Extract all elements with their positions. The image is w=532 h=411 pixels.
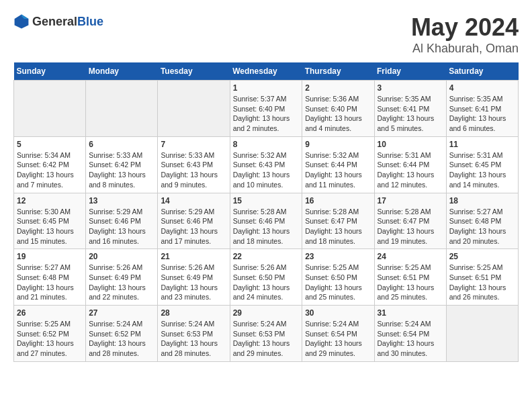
day-number: 29	[233, 308, 300, 318]
calendar-cell: 19Sunrise: 5:27 AM Sunset: 6:48 PM Dayli…	[14, 249, 86, 306]
day-info: Sunrise: 5:28 AM Sunset: 6:47 PM Dayligh…	[305, 207, 371, 246]
calendar-cell: 29Sunrise: 5:24 AM Sunset: 6:53 PM Dayli…	[230, 306, 302, 362]
day-number: 8	[233, 140, 300, 149]
day-info: Sunrise: 5:28 AM Sunset: 6:46 PM Dayligh…	[233, 207, 300, 246]
calendar-cell: 1Sunrise: 5:37 AM Sunset: 6:40 PM Daylig…	[230, 81, 302, 137]
week-row-2: 5Sunrise: 5:34 AM Sunset: 6:42 PM Daylig…	[14, 136, 519, 193]
day-number: 11	[449, 140, 515, 149]
day-info: Sunrise: 5:36 AM Sunset: 6:40 PM Dayligh…	[305, 94, 371, 134]
calendar-cell	[14, 81, 86, 137]
day-number: 18	[449, 196, 515, 205]
calendar-cell: 12Sunrise: 5:30 AM Sunset: 6:45 PM Dayli…	[14, 193, 86, 249]
month-title: May 2024	[411, 13, 519, 42]
day-info: Sunrise: 5:24 AM Sunset: 6:54 PM Dayligh…	[378, 319, 443, 359]
day-number: 14	[161, 196, 226, 205]
day-info: Sunrise: 5:33 AM Sunset: 6:43 PM Dayligh…	[161, 150, 226, 190]
day-info: Sunrise: 5:24 AM Sunset: 6:53 PM Dayligh…	[161, 319, 226, 359]
calendar-cell: 20Sunrise: 5:26 AM Sunset: 6:49 PM Dayli…	[86, 249, 158, 306]
day-number: 24	[378, 252, 443, 261]
day-info: Sunrise: 5:24 AM Sunset: 6:53 PM Dayligh…	[233, 319, 300, 359]
day-info: Sunrise: 5:26 AM Sunset: 6:49 PM Dayligh…	[89, 263, 154, 302]
logo: GeneralBlue	[13, 13, 103, 30]
calendar-cell: 5Sunrise: 5:34 AM Sunset: 6:42 PM Daylig…	[14, 136, 86, 193]
day-number: 15	[233, 196, 300, 205]
day-number: 19	[17, 252, 83, 261]
calendar-cell: 11Sunrise: 5:31 AM Sunset: 6:45 PM Dayli…	[446, 136, 518, 193]
day-number: 22	[233, 252, 300, 261]
day-info: Sunrise: 5:26 AM Sunset: 6:50 PM Dayligh…	[233, 263, 300, 302]
calendar-cell: 8Sunrise: 5:32 AM Sunset: 6:43 PM Daylig…	[230, 136, 302, 193]
calendar-cell: 13Sunrise: 5:29 AM Sunset: 6:46 PM Dayli…	[86, 193, 158, 249]
day-number: 10	[378, 140, 443, 149]
day-info: Sunrise: 5:27 AM Sunset: 6:48 PM Dayligh…	[17, 263, 83, 302]
day-info: Sunrise: 5:25 AM Sunset: 6:50 PM Dayligh…	[305, 263, 371, 302]
calendar-cell: 18Sunrise: 5:27 AM Sunset: 6:48 PM Dayli…	[446, 193, 518, 249]
day-number: 23	[305, 252, 371, 261]
calendar-cell: 4Sunrise: 5:35 AM Sunset: 6:41 PM Daylig…	[446, 81, 518, 137]
day-info: Sunrise: 5:25 AM Sunset: 6:52 PM Dayligh…	[17, 319, 83, 359]
logo-text-general: General	[32, 15, 77, 28]
calendar-cell	[158, 81, 230, 137]
day-header-monday: Monday	[86, 62, 158, 81]
calendar-cell: 22Sunrise: 5:26 AM Sunset: 6:50 PM Dayli…	[230, 249, 302, 306]
day-number: 31	[378, 308, 443, 318]
calendar-cell: 14Sunrise: 5:29 AM Sunset: 6:46 PM Dayli…	[158, 193, 230, 249]
logo-icon	[13, 13, 30, 30]
day-info: Sunrise: 5:29 AM Sunset: 6:46 PM Dayligh…	[89, 207, 154, 246]
day-number: 21	[161, 252, 226, 261]
day-number: 6	[89, 140, 154, 149]
day-number: 7	[161, 140, 226, 149]
day-number: 17	[378, 196, 443, 205]
day-info: Sunrise: 5:34 AM Sunset: 6:42 PM Dayligh…	[17, 150, 83, 190]
day-number: 30	[305, 308, 371, 318]
day-number: 26	[17, 308, 83, 318]
day-number: 3	[378, 83, 443, 93]
calendar-cell	[86, 81, 158, 137]
day-info: Sunrise: 5:35 AM Sunset: 6:41 PM Dayligh…	[449, 94, 515, 134]
calendar-cell: 27Sunrise: 5:24 AM Sunset: 6:52 PM Dayli…	[86, 306, 158, 362]
day-info: Sunrise: 5:25 AM Sunset: 6:51 PM Dayligh…	[449, 263, 515, 302]
calendar-cell: 7Sunrise: 5:33 AM Sunset: 6:43 PM Daylig…	[158, 136, 230, 193]
location-title: Al Khaburah, Oman	[411, 42, 519, 56]
day-info: Sunrise: 5:37 AM Sunset: 6:40 PM Dayligh…	[233, 94, 300, 134]
calendar-cell: 31Sunrise: 5:24 AM Sunset: 6:54 PM Dayli…	[374, 306, 446, 362]
calendar-cell: 16Sunrise: 5:28 AM Sunset: 6:47 PM Dayli…	[302, 193, 374, 249]
calendar-cell: 28Sunrise: 5:24 AM Sunset: 6:53 PM Dayli…	[158, 306, 230, 362]
day-info: Sunrise: 5:30 AM Sunset: 6:45 PM Dayligh…	[17, 207, 83, 246]
day-number: 13	[89, 196, 154, 205]
day-header-wednesday: Wednesday	[230, 62, 302, 81]
calendar-cell: 23Sunrise: 5:25 AM Sunset: 6:50 PM Dayli…	[302, 249, 374, 306]
day-info: Sunrise: 5:24 AM Sunset: 6:52 PM Dayligh…	[89, 319, 154, 359]
calendar-cell: 24Sunrise: 5:25 AM Sunset: 6:51 PM Dayli…	[374, 249, 446, 306]
day-info: Sunrise: 5:24 AM Sunset: 6:54 PM Dayligh…	[305, 319, 371, 359]
calendar-cell: 25Sunrise: 5:25 AM Sunset: 6:51 PM Dayli…	[446, 249, 518, 306]
day-number: 25	[449, 252, 515, 261]
calendar-cell: 30Sunrise: 5:24 AM Sunset: 6:54 PM Dayli…	[302, 306, 374, 362]
calendar-cell: 26Sunrise: 5:25 AM Sunset: 6:52 PM Dayli…	[14, 306, 86, 362]
day-header-sunday: Sunday	[14, 62, 86, 81]
calendar-cell: 10Sunrise: 5:31 AM Sunset: 6:44 PM Dayli…	[374, 136, 446, 193]
day-info: Sunrise: 5:28 AM Sunset: 6:47 PM Dayligh…	[378, 207, 443, 246]
week-row-4: 19Sunrise: 5:27 AM Sunset: 6:48 PM Dayli…	[14, 249, 519, 306]
day-number: 2	[305, 83, 371, 93]
day-number: 5	[17, 140, 83, 149]
day-info: Sunrise: 5:33 AM Sunset: 6:42 PM Dayligh…	[89, 150, 154, 190]
day-number: 1	[233, 83, 300, 93]
week-row-3: 12Sunrise: 5:30 AM Sunset: 6:45 PM Dayli…	[14, 193, 519, 249]
day-info: Sunrise: 5:31 AM Sunset: 6:45 PM Dayligh…	[449, 150, 515, 190]
day-info: Sunrise: 5:27 AM Sunset: 6:48 PM Dayligh…	[449, 207, 515, 246]
day-number: 4	[449, 83, 515, 93]
week-row-5: 26Sunrise: 5:25 AM Sunset: 6:52 PM Dayli…	[14, 306, 519, 362]
day-number: 16	[305, 196, 371, 205]
day-info: Sunrise: 5:25 AM Sunset: 6:51 PM Dayligh…	[378, 263, 443, 302]
logo-text-blue: Blue	[77, 15, 103, 28]
title-area: May 2024 Al Khaburah, Oman	[411, 13, 519, 56]
day-info: Sunrise: 5:26 AM Sunset: 6:49 PM Dayligh…	[161, 263, 226, 302]
day-number: 9	[305, 140, 371, 149]
week-row-1: 1Sunrise: 5:37 AM Sunset: 6:40 PM Daylig…	[14, 81, 519, 137]
day-header-friday: Friday	[374, 62, 446, 81]
day-number: 12	[17, 196, 83, 205]
calendar-cell: 3Sunrise: 5:35 AM Sunset: 6:41 PM Daylig…	[374, 81, 446, 137]
calendar-cell	[446, 306, 518, 362]
calendar-cell: 9Sunrise: 5:32 AM Sunset: 6:44 PM Daylig…	[302, 136, 374, 193]
